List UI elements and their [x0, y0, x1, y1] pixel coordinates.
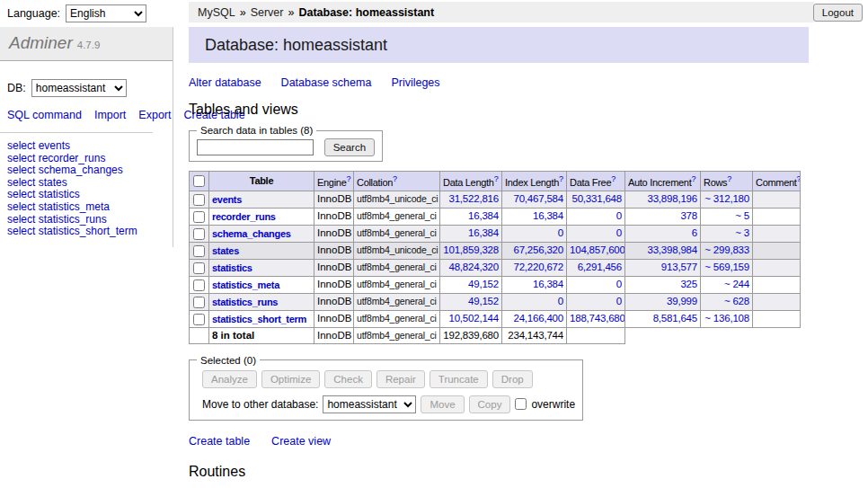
table-link-recorder_runs[interactable]: recorder_runs — [212, 211, 276, 222]
move-db-select[interactable]: homeassistant — [323, 395, 416, 413]
data-free-link[interactable]: 104,857,600 — [570, 244, 625, 255]
index-length-link[interactable]: 0 — [558, 296, 563, 306]
sidebar-table-select-statistics-short-term[interactable]: select statistics_short_term — [7, 226, 173, 238]
breadcrumb-link-mysql[interactable]: MySQL — [198, 6, 235, 19]
table-link-states[interactable]: states — [212, 245, 239, 256]
index-length-link[interactable]: 70,467,584 — [513, 193, 563, 204]
help-icon[interactable]: ? — [611, 174, 616, 183]
move-button[interactable]: Move — [421, 395, 464, 413]
search-button[interactable]: Search — [324, 138, 375, 156]
check-button[interactable]: Check — [324, 370, 372, 388]
table-row-events: eventsInnoDButf8mb4_unicode_ci31,522,816… — [190, 191, 801, 208]
db-select[interactable]: homeassistant — [31, 79, 127, 97]
select-all-checkbox[interactable] — [193, 175, 205, 187]
sidebar-table-select-schema-changes[interactable]: select schema_changes — [7, 164, 173, 177]
row-checkbox[interactable] — [193, 194, 205, 206]
index-length-link[interactable]: 0 — [558, 227, 563, 238]
table-link-statistics[interactable]: statistics — [212, 262, 252, 273]
sidebar-table-select-recorder-runs[interactable]: select recorder_runs — [7, 153, 173, 165]
copy-button[interactable]: Copy — [469, 395, 511, 413]
help-icon[interactable]: ? — [727, 174, 731, 183]
rows-link[interactable]: ~ 5 — [735, 210, 749, 221]
optimize-button[interactable]: Optimize — [261, 370, 320, 388]
auto-increment-link[interactable]: 6 — [692, 227, 697, 238]
help-icon[interactable]: ? — [494, 174, 499, 183]
auto-increment-link[interactable]: 33,898,196 — [647, 193, 697, 204]
auto-increment-link[interactable]: 8,581,645 — [653, 313, 697, 324]
data-free-link[interactable]: 50,331,648 — [571, 193, 622, 204]
table-link-statistics_runs[interactable]: statistics_runs — [212, 297, 278, 307]
logout-button[interactable]: Logout — [813, 4, 863, 22]
drop-button[interactable]: Drop — [492, 370, 533, 388]
link-create-view[interactable]: Create view — [271, 435, 331, 448]
data-length-link[interactable]: 101,859,328 — [443, 244, 499, 255]
breadcrumb-link-server[interactable]: Server — [251, 6, 284, 19]
data-free-link[interactable]: 0 — [616, 296, 622, 306]
row-checkbox[interactable] — [193, 245, 205, 257]
data-free-link[interactable]: 0 — [616, 279, 622, 289]
row-checkbox[interactable] — [193, 211, 205, 223]
data-length-link[interactable]: 16,384 — [468, 227, 499, 238]
db-link-database-schema[interactable]: Database schema — [281, 76, 372, 89]
data-free-link[interactable]: 0 — [616, 210, 622, 221]
rows-link[interactable]: ~ 569,159 — [704, 262, 749, 272]
index-length-link[interactable]: 67,256,320 — [513, 244, 563, 255]
index-length-link[interactable]: 72,220,672 — [513, 262, 563, 272]
language-select[interactable]: English — [66, 4, 146, 22]
data-length-link[interactable]: 16,384 — [468, 210, 499, 221]
table-link-statistics_short_term[interactable]: statistics_short_term — [212, 314, 306, 324]
repair-button[interactable]: Repair — [376, 370, 425, 388]
index-length-link[interactable]: 16,384 — [533, 279, 563, 289]
data-free-link[interactable]: 188,743,680 — [570, 313, 625, 324]
analyze-button[interactable]: Analyze — [202, 370, 257, 388]
row-checkbox[interactable] — [193, 262, 205, 274]
help-icon[interactable]: ? — [346, 174, 350, 183]
data-length-link[interactable]: 48,824,320 — [448, 262, 499, 272]
index-length-link[interactable]: 24,166,400 — [513, 313, 563, 324]
sidebar-table-select-statistics[interactable]: select statistics — [7, 189, 173, 201]
row-checkbox[interactable] — [193, 279, 205, 291]
rows-link[interactable]: ~ 299,833 — [704, 244, 749, 255]
rows-link[interactable]: ~ 628 — [724, 296, 749, 306]
rows-link[interactable]: ~ 244 — [724, 279, 749, 289]
sidebar-action-export[interactable]: Export — [138, 109, 171, 121]
rows-link[interactable]: ~ 312,180 — [704, 193, 749, 204]
help-icon[interactable]: ? — [797, 174, 801, 183]
row-checkbox[interactable] — [193, 297, 205, 308]
data-length-link[interactable]: 49,152 — [468, 279, 499, 289]
index-length-cell: 0 — [502, 293, 567, 310]
help-icon[interactable]: ? — [691, 174, 695, 183]
help-icon[interactable]: ? — [559, 174, 563, 183]
table-link-schema_changes[interactable]: schema_changes — [212, 228, 291, 239]
row-checkbox[interactable] — [193, 314, 205, 325]
data-length-link[interactable]: 10,502,144 — [448, 313, 499, 324]
db-link-privileges[interactable]: Privileges — [391, 76, 439, 89]
sidebar-table-select-statistics-meta[interactable]: select statistics_meta — [7, 201, 173, 214]
sidebar-table-select-events[interactable]: select events — [7, 140, 173, 153]
data-length-link[interactable]: 31,522,816 — [448, 193, 499, 204]
sidebar-table-select-states[interactable]: select states — [7, 177, 173, 190]
rows-link[interactable]: ~ 3 — [735, 227, 749, 238]
data-free-link[interactable]: 0 — [616, 227, 622, 238]
table-link-statistics_meta[interactable]: statistics_meta — [212, 279, 279, 290]
auto-increment-link[interactable]: 39,999 — [667, 296, 697, 306]
search-input[interactable] — [197, 139, 314, 155]
link-create-table[interactable]: Create table — [189, 435, 250, 448]
data-length-link[interactable]: 49,152 — [468, 296, 499, 306]
auto-increment-link[interactable]: 33,398,984 — [647, 244, 697, 255]
auto-increment-link[interactable]: 325 — [680, 279, 697, 289]
sidebar-table-select-statistics-runs[interactable]: select statistics_runs — [7, 214, 173, 226]
sidebar-action-sql-command[interactable]: SQL command — [7, 109, 82, 121]
table-link-events[interactable]: events — [212, 194, 242, 205]
rows-link[interactable]: ~ 136,108 — [704, 313, 749, 324]
help-icon[interactable]: ? — [393, 174, 397, 183]
truncate-button[interactable]: Truncate — [430, 370, 488, 388]
overwrite-checkbox[interactable] — [515, 398, 527, 410]
auto-increment-link[interactable]: 378 — [680, 210, 697, 221]
auto-increment-link[interactable]: 913,577 — [661, 262, 697, 272]
row-checkbox[interactable] — [193, 228, 205, 240]
sidebar-action-import[interactable]: Import — [94, 109, 126, 121]
index-length-link[interactable]: 16,384 — [533, 210, 563, 221]
data-free-link[interactable]: 6,291,456 — [578, 262, 622, 272]
db-link-alter-database[interactable]: Alter database — [189, 76, 261, 89]
